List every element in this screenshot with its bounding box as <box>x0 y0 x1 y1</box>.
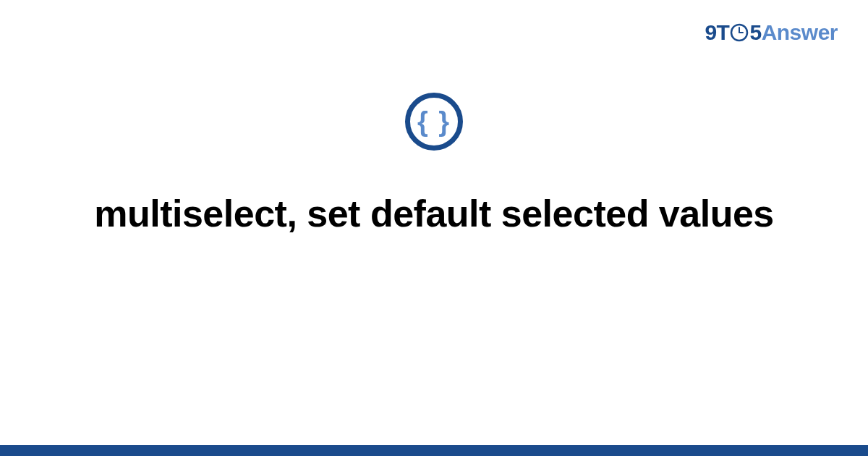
logo-text-answer: Answer <box>762 20 838 45</box>
category-icon: { } <box>405 93 463 151</box>
braces-icon: { } <box>417 108 451 135</box>
logo-text-5: 5 <box>749 20 761 45</box>
question-title: multiselect, set default selected values <box>72 190 796 238</box>
icon-ring: { } <box>405 93 463 151</box>
footer-bar <box>0 445 868 456</box>
logo-text-9t: 9T <box>705 20 729 45</box>
clock-icon <box>730 23 749 42</box>
brand-logo: 9T 5 Answer <box>705 20 838 45</box>
